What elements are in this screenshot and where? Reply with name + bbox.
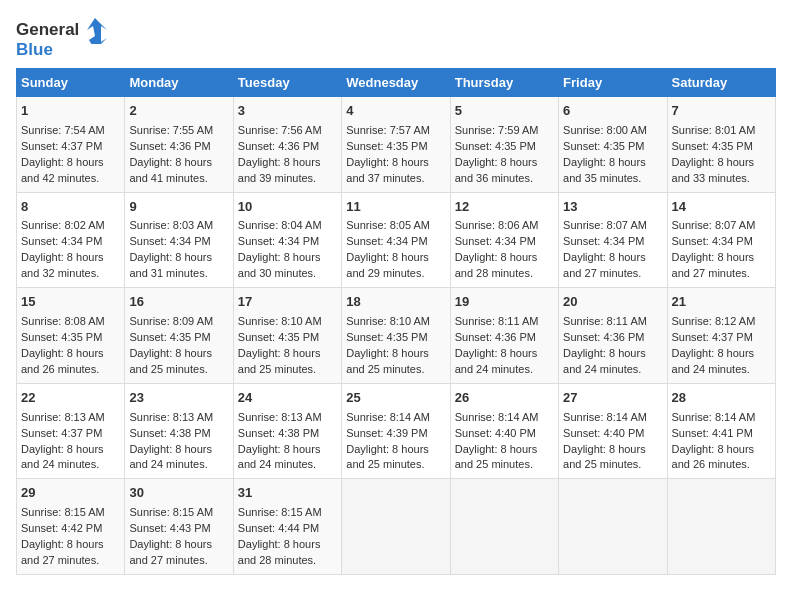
- sunrise-label: Sunrise: 7:55 AM: [129, 124, 213, 136]
- day-cell: 14Sunrise: 8:07 AMSunset: 4:34 PMDayligh…: [667, 192, 775, 288]
- sunset-label: Sunset: 4:38 PM: [129, 427, 210, 439]
- day-number: 13: [563, 198, 662, 217]
- daylight-label: Daylight: 8 hours and 27 minutes.: [21, 538, 104, 566]
- sunset-label: Sunset: 4:35 PM: [563, 140, 644, 152]
- day-cell: 22Sunrise: 8:13 AMSunset: 4:37 PMDayligh…: [17, 383, 125, 479]
- day-cell: 28Sunrise: 8:14 AMSunset: 4:41 PMDayligh…: [667, 383, 775, 479]
- sunrise-label: Sunrise: 8:08 AM: [21, 315, 105, 327]
- sunrise-label: Sunrise: 8:03 AM: [129, 219, 213, 231]
- day-number: 29: [21, 484, 120, 503]
- day-number: 2: [129, 102, 228, 121]
- daylight-label: Daylight: 8 hours and 36 minutes.: [455, 156, 538, 184]
- day-cell: 24Sunrise: 8:13 AMSunset: 4:38 PMDayligh…: [233, 383, 341, 479]
- week-row-5: 29Sunrise: 8:15 AMSunset: 4:42 PMDayligh…: [17, 479, 776, 575]
- day-number: 9: [129, 198, 228, 217]
- sunset-label: Sunset: 4:36 PM: [455, 331, 536, 343]
- day-cell: [450, 479, 558, 575]
- day-number: 19: [455, 293, 554, 312]
- day-cell: 9Sunrise: 8:03 AMSunset: 4:34 PMDaylight…: [125, 192, 233, 288]
- daylight-label: Daylight: 8 hours and 27 minutes.: [672, 251, 755, 279]
- day-number: 10: [238, 198, 337, 217]
- header-cell-thursday: Thursday: [450, 69, 558, 97]
- sunrise-label: Sunrise: 7:56 AM: [238, 124, 322, 136]
- day-cell: 25Sunrise: 8:14 AMSunset: 4:39 PMDayligh…: [342, 383, 450, 479]
- sunset-label: Sunset: 4:35 PM: [238, 331, 319, 343]
- day-cell: 5Sunrise: 7:59 AMSunset: 4:35 PMDaylight…: [450, 97, 558, 193]
- logo-arrow-icon: [81, 16, 109, 44]
- day-cell: 27Sunrise: 8:14 AMSunset: 4:40 PMDayligh…: [559, 383, 667, 479]
- sunrise-label: Sunrise: 8:13 AM: [21, 411, 105, 423]
- day-cell: 8Sunrise: 8:02 AMSunset: 4:34 PMDaylight…: [17, 192, 125, 288]
- week-row-4: 22Sunrise: 8:13 AMSunset: 4:37 PMDayligh…: [17, 383, 776, 479]
- sunset-label: Sunset: 4:34 PM: [672, 235, 753, 247]
- sunrise-label: Sunrise: 8:06 AM: [455, 219, 539, 231]
- day-number: 24: [238, 389, 337, 408]
- sunset-label: Sunset: 4:36 PM: [563, 331, 644, 343]
- day-cell: 18Sunrise: 8:10 AMSunset: 4:35 PMDayligh…: [342, 288, 450, 384]
- daylight-label: Daylight: 8 hours and 24 minutes.: [238, 443, 321, 471]
- sunset-label: Sunset: 4:35 PM: [346, 331, 427, 343]
- day-number: 12: [455, 198, 554, 217]
- sunset-label: Sunset: 4:37 PM: [21, 140, 102, 152]
- page-header: General Blue: [16, 16, 776, 60]
- day-number: 17: [238, 293, 337, 312]
- sunrise-label: Sunrise: 8:14 AM: [563, 411, 647, 423]
- daylight-label: Daylight: 8 hours and 25 minutes.: [455, 443, 538, 471]
- daylight-label: Daylight: 8 hours and 29 minutes.: [346, 251, 429, 279]
- day-cell: 6Sunrise: 8:00 AMSunset: 4:35 PMDaylight…: [559, 97, 667, 193]
- sunset-label: Sunset: 4:35 PM: [455, 140, 536, 152]
- daylight-label: Daylight: 8 hours and 26 minutes.: [21, 347, 104, 375]
- header-cell-saturday: Saturday: [667, 69, 775, 97]
- day-cell: 3Sunrise: 7:56 AMSunset: 4:36 PMDaylight…: [233, 97, 341, 193]
- header-cell-sunday: Sunday: [17, 69, 125, 97]
- sunset-label: Sunset: 4:34 PM: [21, 235, 102, 247]
- sunrise-label: Sunrise: 8:10 AM: [238, 315, 322, 327]
- day-cell: 13Sunrise: 8:07 AMSunset: 4:34 PMDayligh…: [559, 192, 667, 288]
- sunset-label: Sunset: 4:43 PM: [129, 522, 210, 534]
- daylight-label: Daylight: 8 hours and 25 minutes.: [346, 347, 429, 375]
- sunset-label: Sunset: 4:34 PM: [238, 235, 319, 247]
- daylight-label: Daylight: 8 hours and 25 minutes.: [346, 443, 429, 471]
- day-number: 5: [455, 102, 554, 121]
- header-row: SundayMondayTuesdayWednesdayThursdayFrid…: [17, 69, 776, 97]
- sunrise-label: Sunrise: 8:04 AM: [238, 219, 322, 231]
- header-cell-friday: Friday: [559, 69, 667, 97]
- sunrise-label: Sunrise: 7:54 AM: [21, 124, 105, 136]
- sunset-label: Sunset: 4:34 PM: [346, 235, 427, 247]
- sunset-label: Sunset: 4:35 PM: [346, 140, 427, 152]
- day-number: 18: [346, 293, 445, 312]
- day-number: 15: [21, 293, 120, 312]
- logo-line2: Blue: [16, 40, 53, 60]
- logo: General Blue: [16, 16, 109, 60]
- day-cell: 30Sunrise: 8:15 AMSunset: 4:43 PMDayligh…: [125, 479, 233, 575]
- sunset-label: Sunset: 4:42 PM: [21, 522, 102, 534]
- day-cell: [667, 479, 775, 575]
- day-cell: 17Sunrise: 8:10 AMSunset: 4:35 PMDayligh…: [233, 288, 341, 384]
- day-cell: 21Sunrise: 8:12 AMSunset: 4:37 PMDayligh…: [667, 288, 775, 384]
- day-number: 3: [238, 102, 337, 121]
- daylight-label: Daylight: 8 hours and 35 minutes.: [563, 156, 646, 184]
- calendar-table: SundayMondayTuesdayWednesdayThursdayFrid…: [16, 68, 776, 575]
- sunrise-label: Sunrise: 7:59 AM: [455, 124, 539, 136]
- week-row-1: 1Sunrise: 7:54 AMSunset: 4:37 PMDaylight…: [17, 97, 776, 193]
- day-cell: 20Sunrise: 8:11 AMSunset: 4:36 PMDayligh…: [559, 288, 667, 384]
- sunrise-label: Sunrise: 8:14 AM: [672, 411, 756, 423]
- daylight-label: Daylight: 8 hours and 25 minutes.: [563, 443, 646, 471]
- sunrise-label: Sunrise: 8:09 AM: [129, 315, 213, 327]
- day-cell: 1Sunrise: 7:54 AMSunset: 4:37 PMDaylight…: [17, 97, 125, 193]
- daylight-label: Daylight: 8 hours and 26 minutes.: [672, 443, 755, 471]
- daylight-label: Daylight: 8 hours and 27 minutes.: [563, 251, 646, 279]
- daylight-label: Daylight: 8 hours and 42 minutes.: [21, 156, 104, 184]
- sunrise-label: Sunrise: 8:11 AM: [563, 315, 647, 327]
- day-number: 7: [672, 102, 771, 121]
- daylight-label: Daylight: 8 hours and 24 minutes.: [672, 347, 755, 375]
- sunrise-label: Sunrise: 8:15 AM: [21, 506, 105, 518]
- sunrise-label: Sunrise: 8:11 AM: [455, 315, 539, 327]
- day-cell: 4Sunrise: 7:57 AMSunset: 4:35 PMDaylight…: [342, 97, 450, 193]
- day-number: 4: [346, 102, 445, 121]
- day-number: 1: [21, 102, 120, 121]
- day-cell: 2Sunrise: 7:55 AMSunset: 4:36 PMDaylight…: [125, 97, 233, 193]
- day-number: 23: [129, 389, 228, 408]
- day-cell: 15Sunrise: 8:08 AMSunset: 4:35 PMDayligh…: [17, 288, 125, 384]
- day-cell: 10Sunrise: 8:04 AMSunset: 4:34 PMDayligh…: [233, 192, 341, 288]
